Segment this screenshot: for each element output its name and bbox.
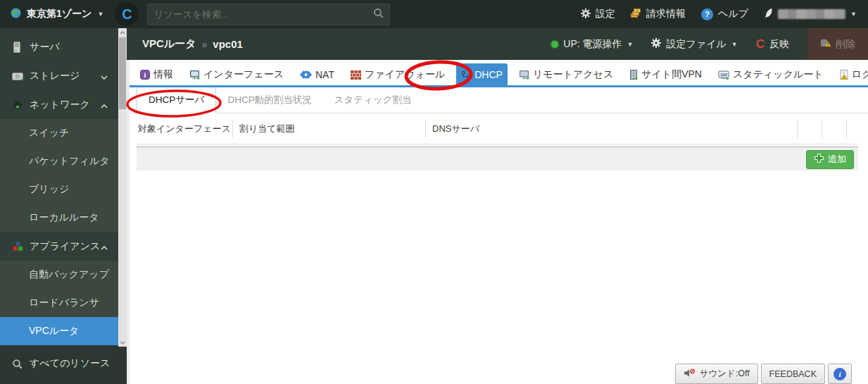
tab-firewall[interactable]: ファイアウォール: [346, 64, 450, 85]
tab-dhcp[interactable]: DHCP: [456, 63, 508, 85]
footer-buttons: サウンド:Off FEEDBACK i: [675, 364, 852, 384]
subtab-dhcp-dynamic-allocation[interactable]: DHCP動的割当状況: [216, 87, 322, 113]
server-icon: [12, 42, 25, 53]
breadcrumb-parent[interactable]: VPCルータ: [142, 37, 196, 51]
sound-toggle-button[interactable]: サウンド:Off: [675, 364, 758, 384]
delete-button[interactable]: 削除: [807, 28, 868, 60]
topbar: 東京第1ゾーン ▼ C 設定 請求情報 ? ヘルプ: [0, 0, 868, 28]
sidebar-item-network[interactable]: ネットワーク: [0, 90, 118, 119]
tab-interface[interactable]: インターフェース: [184, 64, 289, 85]
sidebar-item-switch[interactable]: スイッチ: [0, 119, 118, 147]
chevron-up-icon: [101, 99, 108, 111]
tab-nat[interactable]: NAT: [295, 64, 339, 85]
tab-info[interactable]: i 情報: [135, 64, 178, 85]
tab-site-vpn[interactable]: サイト間VPN: [624, 64, 707, 85]
feedback-button[interactable]: FEEDBACK: [761, 364, 825, 384]
sidebar: サーバ ストレージ ネットワーク スイッチ パケットフィルタ ブリッジ ローカル…: [0, 28, 118, 347]
chevron-down-icon: ▼: [627, 41, 634, 48]
sidebar-item-local-router[interactable]: ローカルルータ: [0, 204, 118, 232]
sidebar-item-label: アプライアンス: [30, 240, 101, 253]
delete-warning-icon: [820, 38, 831, 50]
page-info-button[interactable]: i: [828, 364, 852, 384]
cloud-logo[interactable]: C: [115, 2, 139, 26]
account-menu[interactable]: ▼: [764, 8, 857, 20]
column-header-spacer: [846, 113, 858, 144]
status-up-icon: [551, 41, 558, 48]
billing-menu[interactable]: 請求情報: [631, 8, 686, 20]
subtab-label: DHCPサーバ: [149, 94, 204, 106]
page-header: VPCルータ » vpc01 UP: 電源操作 ▼ 設定ファイル ▼ C 反映 …: [127, 28, 868, 60]
zone-selector[interactable]: 東京第1ゾーン ▼: [0, 8, 111, 20]
sidebar-item-label: ブリッジ: [29, 183, 118, 196]
tabbar: i 情報 インターフェース NAT ファイアウォール DHCP リモートアクセス: [130, 60, 868, 87]
remote-access-icon: [519, 70, 529, 80]
plus-icon: [814, 153, 824, 166]
topbar-right-menu: 設定 請求情報 ? ヘルプ ▼: [581, 8, 868, 20]
tab-label: サイト間VPN: [641, 68, 702, 81]
tab-remote-access[interactable]: リモートアクセス: [514, 64, 618, 85]
chevron-down-icon: ▼: [731, 41, 738, 48]
settings-menu[interactable]: 設定: [581, 8, 615, 20]
storage-icon: [12, 71, 25, 80]
page-header-actions: UP: 電源操作 ▼ 設定ファイル ▼ C 反映 削除: [551, 28, 868, 60]
tab-static-route[interactable]: 192 スタティックルート: [713, 64, 829, 85]
svg-text:i: i: [144, 71, 146, 79]
sidebar-item-vpc-router[interactable]: VPCルータ: [0, 317, 118, 345]
search-icon[interactable]: [373, 8, 384, 21]
billing-icon: [631, 8, 641, 20]
config-file-label: 設定ファイル: [666, 38, 726, 51]
apply-label: 反映: [769, 38, 789, 51]
add-button[interactable]: 追加: [806, 150, 854, 169]
help-icon: ?: [701, 8, 713, 20]
sidebar-item-load-balancer[interactable]: ロードバランサ: [0, 289, 118, 317]
sidebar-item-server[interactable]: サーバ: [0, 32, 118, 61]
config-file-menu[interactable]: 設定ファイル ▼: [651, 38, 737, 51]
resource-search: [147, 4, 390, 25]
site-vpn-icon: [629, 70, 638, 80]
globe-icon: [11, 8, 21, 20]
sidebar-item-storage[interactable]: ストレージ: [0, 61, 118, 90]
sidebar-item-label: 自動バックアップ: [29, 268, 118, 281]
sidebar-item-packet-filter[interactable]: パケットフィルタ: [0, 147, 118, 175]
sidebar-item-auto-backup[interactable]: 自動バックアップ: [0, 261, 118, 289]
table-footer-strip: 追加: [137, 146, 858, 171]
help-menu[interactable]: ? ヘルプ: [701, 8, 748, 20]
sidebar-item-appliance[interactable]: アプライアンス: [0, 232, 118, 261]
log-icon: [840, 70, 848, 80]
quill-icon: [764, 8, 773, 20]
power-menu[interactable]: UP: 電源操作 ▼: [551, 38, 633, 51]
apply-button[interactable]: C 反映: [756, 38, 789, 51]
sidebar-item-bridge[interactable]: ブリッジ: [0, 175, 118, 204]
zone-label: 東京第1ゾーン: [27, 8, 92, 20]
scroll-up-icon[interactable]: [118, 28, 127, 37]
sidebar-item-label: ロードバランサ: [29, 297, 118, 309]
info-icon: i: [834, 368, 846, 380]
sidebar-item-all-resources[interactable]: すべてのリソース: [0, 345, 127, 378]
sidebar-scrollbar[interactable]: [118, 28, 127, 347]
scrollbar-thumb[interactable]: [119, 37, 126, 109]
tab-log[interactable]: ログ: [835, 64, 868, 85]
tab-label: リモートアクセス: [533, 68, 613, 81]
help-label: ヘルプ: [718, 8, 748, 20]
speaker-mute-icon: [684, 368, 696, 380]
tab-label: 情報: [153, 68, 173, 81]
search-input[interactable]: [153, 9, 373, 20]
subtab-dhcp-server[interactable]: DHCPサーバ: [137, 87, 216, 113]
tab-label: DHCP: [474, 69, 503, 80]
settings-label: 設定: [596, 8, 615, 20]
subtab-static-allocation[interactable]: スタティック割当: [323, 87, 423, 113]
static-route-icon: 192: [718, 70, 729, 80]
add-label: 追加: [828, 153, 846, 166]
sidebar-item-label: パケットフィルタ: [29, 155, 118, 168]
sidebar-network-children: スイッチ パケットフィルタ ブリッジ ローカルルータ: [0, 119, 118, 232]
chevron-down-icon: ▼: [850, 11, 857, 18]
column-header-action-1: [797, 113, 822, 144]
logo-glyph: C: [122, 7, 132, 21]
tab-label: インターフェース: [203, 68, 284, 81]
scroll-down-icon[interactable]: [118, 338, 127, 347]
delete-label: 削除: [836, 38, 855, 51]
tab-label: ログ: [852, 68, 868, 81]
nat-icon: [300, 70, 312, 79]
tab-label: ファイアウォール: [365, 68, 445, 81]
feedback-label: FEEDBACK: [769, 369, 817, 379]
